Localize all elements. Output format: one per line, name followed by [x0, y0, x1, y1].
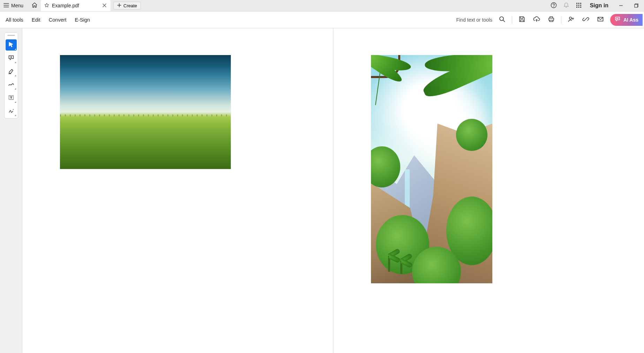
minimize-icon	[619, 3, 623, 9]
toolbar-separator	[561, 16, 561, 24]
app-menu-button[interactable]: Menu	[0, 0, 28, 11]
cursor-icon	[8, 41, 14, 49]
toolbar-item-all-tools[interactable]: All tools	[1, 11, 28, 28]
page-2-image	[371, 55, 492, 283]
palette-grip[interactable]	[7, 35, 15, 36]
comment-tool[interactable]	[6, 53, 17, 64]
home-icon	[31, 2, 38, 9]
toolbar-item-edit[interactable]: Edit	[28, 11, 45, 28]
svg-rect-7	[580, 5, 581, 6]
page-1-image	[60, 55, 231, 169]
comment-icon	[8, 55, 14, 62]
share-add-button[interactable]	[564, 13, 578, 27]
print-button[interactable]	[544, 13, 558, 27]
page-2[interactable]	[333, 28, 644, 353]
svg-point-0	[551, 3, 556, 8]
toolbar-item-label: All tools	[6, 17, 23, 23]
ai-assistant-button[interactable]: AI Ass	[610, 14, 643, 26]
close-icon	[103, 3, 106, 8]
document-tab-title: Example.pdf	[52, 3, 79, 8]
maximize-icon	[634, 3, 638, 9]
svg-point-14	[569, 17, 571, 19]
toolbar-separator	[512, 16, 512, 24]
page-spread	[0, 28, 644, 353]
hamburger-icon	[3, 2, 9, 9]
home-button[interactable]	[28, 0, 41, 11]
fill-sign-tool[interactable]	[6, 106, 17, 117]
create-button[interactable]: Create	[113, 2, 141, 9]
window-minimize-button[interactable]	[613, 0, 629, 11]
sign-in-label: Sign in	[590, 2, 608, 9]
search-icon	[499, 16, 506, 24]
svg-point-13	[500, 17, 503, 21]
toolbar-item-convert[interactable]: Convert	[45, 11, 71, 28]
plus-icon	[117, 3, 121, 8]
bell-icon	[563, 2, 569, 9]
svg-rect-5	[576, 5, 577, 6]
help-button[interactable]	[547, 0, 560, 11]
tab-close-button[interactable]	[101, 2, 108, 9]
toolbar-item-label: Edit	[32, 17, 40, 23]
svg-rect-8	[576, 7, 577, 8]
svg-rect-3	[578, 3, 579, 4]
apps-grid-icon	[576, 2, 582, 9]
text-box-icon	[8, 94, 14, 102]
signature-icon	[8, 108, 14, 115]
workspace	[0, 28, 644, 353]
find-button[interactable]	[495, 13, 509, 27]
add-person-icon	[568, 16, 575, 24]
svg-rect-2	[576, 3, 577, 4]
toolbar-item-esign[interactable]: E-Sign	[71, 11, 94, 28]
draw-tool[interactable]	[6, 79, 17, 90]
find-label: Find text or tools	[456, 17, 492, 23]
toolbar-item-label: Convert	[49, 17, 67, 23]
quick-tools-palette	[4, 32, 18, 118]
select-tool[interactable]	[6, 39, 17, 51]
svg-rect-6	[578, 5, 579, 6]
svg-rect-4	[580, 3, 581, 4]
toolbar: All tools Edit Convert E-Sign Find text …	[0, 11, 644, 28]
highlighter-icon	[8, 68, 14, 75]
notifications-button[interactable]	[560, 0, 573, 11]
email-button[interactable]	[593, 13, 607, 27]
svg-point-17	[13, 109, 14, 110]
print-icon	[548, 16, 555, 24]
save-button[interactable]	[515, 13, 529, 27]
ai-chat-icon	[614, 16, 621, 23]
cloud-upload-icon	[533, 16, 540, 24]
svg-rect-10	[580, 7, 581, 8]
toolbar-item-label: E-Sign	[75, 17, 90, 23]
highlight-tool[interactable]	[6, 66, 17, 77]
mail-icon	[597, 16, 604, 24]
app-menu-label: Menu	[11, 3, 23, 8]
titlebar: Menu Example.pdf Create	[0, 0, 644, 11]
star-outline-icon	[44, 3, 49, 9]
create-button-label: Create	[123, 3, 137, 8]
document-tab[interactable]: Example.pdf	[41, 0, 111, 11]
svg-point-1	[553, 6, 554, 7]
upload-button[interactable]	[530, 13, 544, 27]
sign-in-button[interactable]: Sign in	[585, 0, 613, 11]
link-button[interactable]	[579, 13, 593, 27]
apps-button[interactable]	[573, 0, 585, 11]
text-box-tool[interactable]	[6, 92, 17, 103]
help-icon	[551, 2, 557, 9]
save-icon	[518, 16, 525, 24]
ai-assistant-label: AI Ass	[623, 17, 638, 23]
svg-rect-12	[635, 4, 638, 7]
page-1[interactable]	[22, 28, 333, 353]
window-maximize-button[interactable]	[629, 0, 644, 11]
link-icon	[582, 16, 589, 24]
svg-rect-9	[578, 7, 579, 8]
draw-freehand-icon	[8, 81, 14, 89]
